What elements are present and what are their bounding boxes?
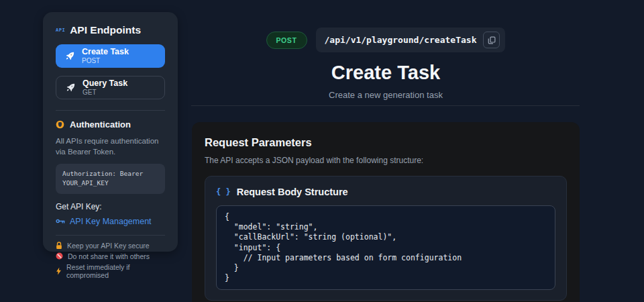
request-body-card-title: Request Body Structure (237, 187, 348, 197)
braces-icon: { } (216, 187, 231, 197)
endpoint-name: Query Task (83, 79, 127, 89)
request-body-card-header: { } Request Body Structure (216, 187, 555, 197)
sidebar-item-create-task[interactable]: Create Task POST (56, 44, 165, 68)
bolt-icon (56, 267, 62, 275)
endpoint-path-box: /api/v1/playground/createTask (316, 28, 506, 52)
shield-badge-icon (56, 120, 64, 129)
no-entry-icon (56, 252, 63, 260)
endpoint-name: Create Task (82, 47, 129, 57)
request-parameters-panel: Request Parameters The API accepts a JSO… (192, 122, 580, 302)
sidebar-title: API Endpoints (70, 24, 141, 36)
endpoint-method: POST (82, 57, 129, 65)
endpoint-row: POST /api/v1/playground/createTask (191, 28, 580, 52)
request-body-card: { } Request Body Structure { "model": "s… (205, 176, 567, 301)
tip-item: Do not share it with others (56, 252, 165, 260)
copy-button[interactable] (483, 32, 500, 48)
key-icon (56, 218, 65, 224)
endpoint-header: POST /api/v1/playground/createTask Creat… (191, 0, 580, 100)
header-divider (191, 105, 580, 106)
sidebar: API API Endpoints Create Task POST Query… (43, 12, 178, 252)
method-badge: POST (266, 32, 307, 49)
api-badge-icon: API (56, 28, 65, 33)
auth-description: All APIs require authentication via Bear… (56, 136, 165, 157)
rocket-icon (66, 52, 74, 60)
sidebar-divider (56, 110, 165, 111)
sidebar-header: API API Endpoints (56, 24, 165, 36)
get-api-key-label: Get API Key: (56, 202, 165, 211)
sidebar-item-query-task[interactable]: Query Task GET (56, 76, 165, 99)
security-tips: Keep your API Key secure Do not share it… (56, 242, 165, 279)
tip-text: Reset immediately if compromised (66, 263, 165, 279)
endpoint-labels: Query Task GET (83, 79, 127, 97)
lock-icon (56, 242, 62, 250)
tip-item: Keep your API Key secure (56, 242, 165, 250)
api-key-management-link[interactable]: API Key Management (56, 217, 165, 226)
page-subtitle: Create a new generation task (191, 90, 580, 100)
tip-text: Do not share it with others (68, 252, 150, 260)
auth-title: Authentication (70, 119, 131, 130)
auth-code-block: Authorization: Bearer YOUR_API_KEY (56, 164, 165, 194)
rocket-icon (66, 83, 75, 92)
request-body-code-block: { "model": "string", "callBackUrl": "str… (216, 205, 555, 290)
endpoint-labels: Create Task POST (82, 47, 129, 65)
tip-item: Reset immediately if compromised (56, 263, 165, 279)
request-parameters-description: The API accepts a JSON payload with the … (205, 156, 567, 165)
page-title: Create Task (191, 62, 580, 84)
endpoint-method: GET (83, 89, 127, 97)
copy-icon (488, 36, 496, 44)
sidebar-divider (56, 235, 165, 236)
request-parameters-title: Request Parameters (205, 136, 567, 149)
api-key-management-label: API Key Management (70, 217, 152, 226)
tip-text: Keep your API Key secure (67, 242, 150, 250)
auth-section-header: Authentication (56, 119, 165, 130)
endpoint-path: /api/v1/playground/createTask (325, 35, 477, 45)
